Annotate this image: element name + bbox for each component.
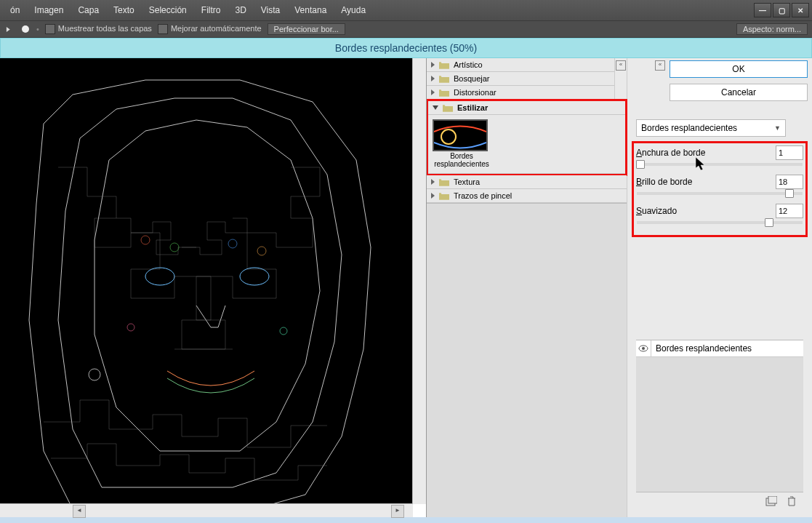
category-label: Bosquejar — [454, 74, 490, 83]
menu-item[interactable]: Ventana — [287, 0, 334, 20]
control-brillo-de-borde: Brillo de borde18 — [636, 175, 803, 189]
filter-select[interactable]: Bordes resplandecientes ▼ — [636, 119, 786, 137]
filter-categories: Artístico Bosquejar Distorsionar « — [427, 58, 627, 517]
control-label: Anchura de borde — [636, 148, 705, 158]
category-artistico[interactable]: Artístico — [427, 58, 614, 72]
control-value-input[interactable]: 18 — [776, 175, 803, 189]
control-suavizado: Suavizado12 — [636, 204, 803, 218]
expand-icon — [431, 193, 435, 199]
collapse-categories-icon[interactable]: « — [616, 60, 626, 71]
collapse-icon — [433, 105, 438, 110]
folder-icon — [439, 192, 449, 200]
category-label: Textura — [454, 177, 480, 186]
filter-settings: « OK Cancelar Bordes resplandecientes ▼ … — [627, 58, 812, 517]
tool-icon — [4, 25, 15, 33]
category-distorsionar[interactable]: Distorsionar — [427, 86, 614, 100]
menu-item[interactable]: Imagen — [27, 0, 71, 20]
slider-handle[interactable] — [636, 160, 645, 169]
category-label: Trazos de pincel — [454, 191, 512, 200]
close-button[interactable]: ✕ — [792, 3, 809, 17]
svg-rect-16 — [768, 496, 777, 503]
svg-point-0 — [22, 25, 29, 33]
new-layer-icon[interactable] — [765, 496, 777, 506]
control-label: Brillo de borde — [636, 177, 692, 187]
folder-icon — [439, 61, 449, 69]
maximize-button[interactable]: ▢ — [773, 3, 790, 17]
effect-layers: Bordes resplandecientes — [636, 340, 803, 510]
trash-icon[interactable] — [787, 496, 796, 506]
folder-icon — [439, 178, 449, 186]
brush-icon — [20, 24, 31, 34]
visibility-toggle[interactable] — [636, 340, 651, 356]
scrollbar-horizontal[interactable]: ◄ ► — [0, 503, 413, 517]
aspect-button[interactable]: Aspecto: norm... — [736, 23, 808, 35]
category-trazos-pincel[interactable]: Trazos de pincel — [427, 189, 627, 203]
filter-select-label: Bordes resplandecientes — [641, 123, 737, 133]
preview-canvas[interactable] — [0, 58, 413, 516]
menu-item[interactable]: Filtro — [194, 0, 228, 20]
svg-rect-1 — [0, 58, 413, 516]
thumb-bordes-resplandecientes[interactable]: Bordes resplandecientes — [433, 119, 491, 168]
control-anchura-de-borde: Anchura de borde1 — [636, 145, 803, 160]
slider-handle[interactable] — [785, 189, 794, 198]
scroll-left-icon[interactable]: ◄ — [73, 505, 86, 518]
options-bar: • Muestrear todas las capas Mejorar auto… — [0, 20, 812, 38]
thumb-label: Bordes resplandecientes — [433, 152, 491, 168]
category-label: Artístico — [454, 60, 483, 69]
menu-item[interactable]: Texto — [106, 0, 142, 20]
control-slider[interactable] — [637, 163, 803, 166]
category-textura[interactable]: Textura — [427, 175, 627, 189]
category-label: Distorsionar — [454, 88, 497, 97]
filter-thumbnails: Bordes resplandecientes — [428, 115, 625, 174]
control-value-input[interactable]: 1 — [776, 145, 803, 160]
menu-item[interactable]: Vista — [254, 0, 287, 20]
menu-item[interactable]: ón — [3, 0, 27, 20]
cancel-button[interactable]: Cancelar — [670, 84, 808, 101]
menu-item[interactable]: 3D — [228, 0, 253, 20]
expand-icon — [431, 179, 435, 185]
control-value-input[interactable]: 12 — [776, 204, 803, 218]
category-label: Estilizar — [457, 103, 488, 112]
folder-icon — [439, 89, 449, 97]
auto-enhance-checkbox[interactable]: Mejorar automáticamente — [158, 24, 262, 34]
scrollbar-vertical[interactable] — [412, 58, 426, 504]
collapse-panel-icon[interactable]: « — [655, 60, 665, 71]
expand-icon — [431, 76, 435, 81]
category-bosquejar[interactable]: Bosquejar — [427, 72, 614, 86]
status-bar — [0, 517, 812, 523]
layer-label: Bordes resplandecientes — [651, 343, 752, 354]
ok-button[interactable]: OK — [670, 60, 808, 78]
eye-icon — [638, 345, 648, 352]
control-label: Suavizado — [636, 206, 677, 216]
layer-row[interactable]: Bordes resplandecientes — [636, 340, 803, 357]
menu-item[interactable]: Selección — [142, 0, 194, 20]
minimize-button[interactable]: — — [754, 3, 771, 17]
chevron-down-icon: ▼ — [774, 124, 781, 132]
control-slider[interactable] — [637, 221, 803, 224]
folder-icon — [439, 75, 449, 83]
svg-point-14 — [642, 347, 645, 350]
menu-item[interactable]: Capa — [71, 0, 106, 20]
preview-pane: ◄ ► — [0, 58, 427, 517]
control-slider[interactable] — [637, 192, 803, 195]
layer-list-empty — [636, 357, 803, 492]
menu-item[interactable]: Ayuda — [334, 0, 373, 20]
scroll-right-icon[interactable]: ► — [391, 505, 404, 518]
dialog-title: Bordes resplandecientes (50%) — [0, 38, 812, 58]
expand-icon — [431, 89, 435, 95]
slider-handle[interactable] — [765, 218, 773, 227]
sample-all-checkbox[interactable]: Muestrear todas las capas — [45, 24, 152, 34]
folder-icon — [443, 104, 453, 112]
refine-edge-button[interactable]: Perfeccionar bor... — [268, 23, 345, 35]
menubar: ón Imagen Capa Texto Selección Filtro 3D… — [0, 0, 812, 20]
category-estilizar[interactable]: Estilizar — [428, 101, 625, 115]
expand-icon — [431, 62, 435, 68]
